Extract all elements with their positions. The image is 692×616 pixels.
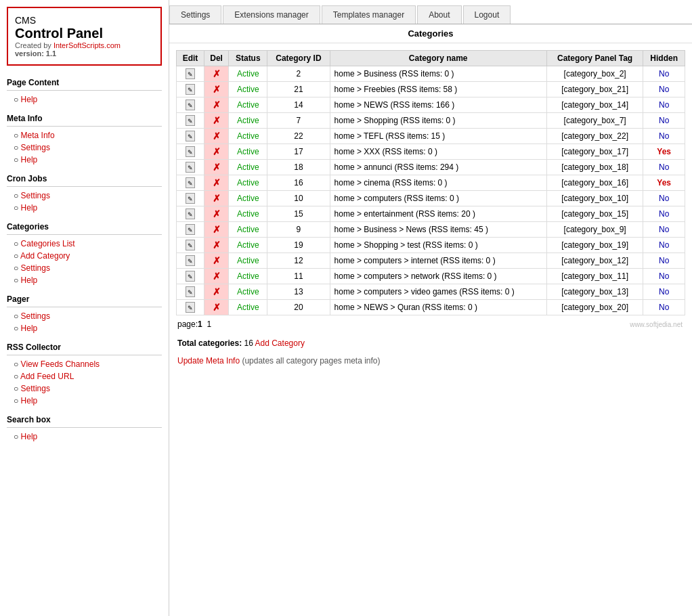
del-cell[interactable]: ✗ [204,113,228,129]
sidebar-link[interactable]: Help [21,432,38,441]
edit-icon[interactable]: ✎ [186,271,195,282]
del-cell[interactable]: ✗ [204,191,228,206]
edit-icon[interactable]: ✎ [186,177,195,188]
edit-icon[interactable]: ✎ [186,208,195,219]
edit-cell[interactable]: ✎ [177,206,204,222]
del-cell[interactable]: ✗ [204,206,228,222]
del-cell[interactable]: ✗ [204,97,228,113]
sidebar-item-add-feed-url[interactable]: Add Feed URL [7,370,162,382]
del-cell[interactable]: ✗ [204,129,228,144]
edit-cell[interactable]: ✎ [177,284,204,300]
edit-cell[interactable]: ✎ [177,160,204,175]
update-meta-link[interactable]: Update Meta Info [177,356,240,366]
delete-icon[interactable]: ✗ [213,208,221,219]
delete-icon[interactable]: ✗ [213,131,221,141]
edit-icon[interactable]: ✎ [186,302,195,313]
edit-cell[interactable]: ✎ [177,66,204,82]
del-cell[interactable]: ✗ [204,175,228,191]
sidebar-link[interactable]: Settings [21,143,50,152]
edit-cell[interactable]: ✎ [177,238,204,253]
del-cell[interactable]: ✗ [204,82,228,97]
sidebar-item-view-feeds-channels[interactable]: View Feeds Channels [7,358,162,370]
edit-icon[interactable]: ✎ [186,84,195,95]
del-cell[interactable]: ✗ [204,284,228,300]
del-cell[interactable]: ✗ [204,238,228,253]
edit-icon[interactable]: ✎ [186,286,195,297]
nav-item-about[interactable]: About [417,5,461,24]
delete-icon[interactable]: ✗ [213,115,221,126]
sidebar-item-settings[interactable]: Settings [7,141,162,154]
sidebar-link[interactable]: View Feeds Channels [21,359,100,369]
delete-icon[interactable]: ✗ [213,146,221,157]
sidebar-item-add-category[interactable]: Add Category [7,250,162,262]
del-cell[interactable]: ✗ [204,253,228,269]
sidebar-item-help[interactable]: Help [7,395,162,407]
sidebar-link[interactable]: Add Category [20,251,70,261]
sidebar-item-settings[interactable]: Settings [7,382,162,395]
delete-icon[interactable]: ✗ [213,224,221,235]
edit-cell[interactable]: ✎ [177,253,204,269]
delete-icon[interactable]: ✗ [213,286,221,297]
edit-cell[interactable]: ✎ [177,82,204,97]
edit-icon[interactable]: ✎ [186,255,195,266]
nav-item-logout[interactable]: Logout [463,5,511,24]
sidebar-item-help[interactable]: Help [7,322,162,334]
sidebar-item-help[interactable]: Help [7,431,162,443]
sidebar-item-categories-list[interactable]: Categories List [7,238,162,250]
sidebar-item-settings[interactable]: Settings [7,310,162,322]
sidebar-item-settings[interactable]: Settings [7,190,162,202]
edit-cell[interactable]: ✎ [177,191,204,206]
sidebar-item-meta-info[interactable]: Meta Info [7,129,162,141]
delete-icon[interactable]: ✗ [213,193,221,204]
sidebar-link[interactable]: Meta Info [21,131,55,140]
sidebar-item-settings[interactable]: Settings [7,262,162,274]
add-category-link[interactable]: Add Category [255,338,305,348]
sidebar-item-help[interactable]: Help [7,274,162,286]
del-cell[interactable]: ✗ [204,269,228,284]
edit-icon[interactable]: ✎ [186,131,195,141]
edit-cell[interactable]: ✎ [177,144,204,160]
edit-cell[interactable]: ✎ [177,129,204,144]
delete-icon[interactable]: ✗ [213,240,221,250]
nav-item-settings[interactable]: Settings [169,5,221,24]
nav-item-templates-manager[interactable]: Templates manager [322,5,416,24]
sidebar-link[interactable]: Help [21,396,38,405]
edit-cell[interactable]: ✎ [177,175,204,191]
delete-icon[interactable]: ✗ [213,255,221,266]
del-cell[interactable]: ✗ [204,222,228,238]
delete-icon[interactable]: ✗ [213,271,221,282]
sidebar-link[interactable]: Settings [21,311,50,321]
sidebar-item-help[interactable]: Help [7,154,162,166]
delete-icon[interactable]: ✗ [213,162,221,173]
edit-cell[interactable]: ✎ [177,113,204,129]
del-cell[interactable]: ✗ [204,144,228,160]
sidebar-link[interactable]: Help [21,155,38,164]
delete-icon[interactable]: ✗ [213,302,221,313]
delete-icon[interactable]: ✗ [213,84,221,95]
sidebar-link[interactable]: Help [21,276,38,285]
edit-icon[interactable]: ✎ [186,146,195,157]
sidebar-link[interactable]: Settings [21,191,50,200]
edit-icon[interactable]: ✎ [186,193,195,204]
sidebar-link[interactable]: Help [21,203,38,213]
sidebar-link[interactable]: Settings [21,384,50,393]
sidebar-link[interactable]: Add Feed URL [20,372,74,381]
edit-icon[interactable]: ✎ [186,100,195,110]
delete-icon[interactable]: ✗ [213,68,221,79]
sidebar-link[interactable]: Help [21,324,38,333]
sidebar-item-help[interactable]: Help [7,93,162,106]
sidebar-link[interactable]: Help [21,95,38,104]
sidebar-link[interactable]: Settings [21,263,50,273]
edit-cell[interactable]: ✎ [177,269,204,284]
brand-link[interactable]: InterSoftScripts.com [53,41,121,49]
edit-icon[interactable]: ✎ [186,115,195,126]
edit-cell[interactable]: ✎ [177,300,204,315]
del-cell[interactable]: ✗ [204,300,228,315]
sidebar-link[interactable]: Categories List [21,239,75,248]
edit-icon[interactable]: ✎ [186,68,195,79]
edit-icon[interactable]: ✎ [186,224,195,235]
del-cell[interactable]: ✗ [204,66,228,82]
del-cell[interactable]: ✗ [204,160,228,175]
edit-icon[interactable]: ✎ [186,240,195,250]
delete-icon[interactable]: ✗ [213,100,221,110]
